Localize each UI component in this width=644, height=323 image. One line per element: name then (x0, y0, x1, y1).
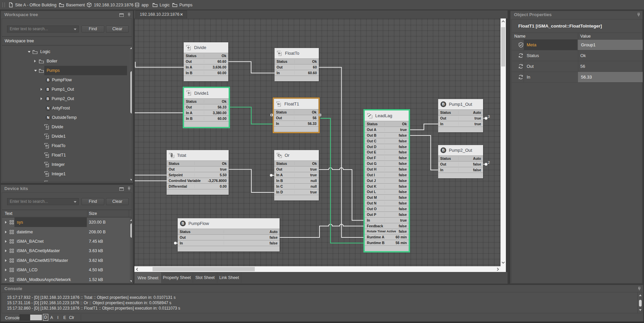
svg-text:3: 3 (488, 114, 490, 119)
svg-text:2: 2 (488, 160, 490, 165)
